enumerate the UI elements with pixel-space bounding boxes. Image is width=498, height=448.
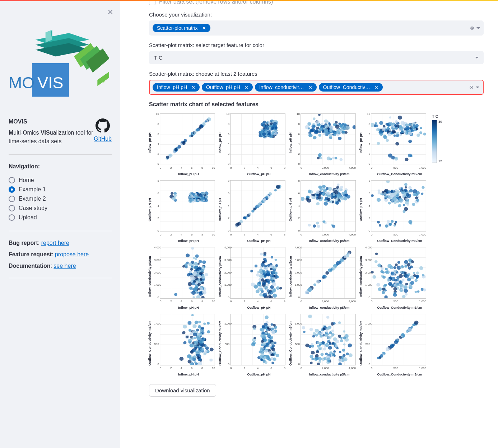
svg-point-1381: [191, 314, 194, 316]
bug-report-link[interactable]: report here: [41, 240, 69, 246]
svg-point-248: [318, 114, 321, 116]
feature-chip: Inflow_conductivit…✕: [255, 83, 317, 92]
svg-point-1686: [317, 363, 320, 365]
svg-point-1140: [263, 258, 267, 261]
viz-multiselect[interactable]: Scatter-plot matrix✕ ⊗: [149, 20, 484, 36]
svg-point-799: [422, 186, 424, 189]
clear-all-icon[interactable]: ⊗: [470, 25, 474, 31]
y-ticks: 86420: [154, 180, 159, 232]
x-ticks: 02468: [230, 233, 285, 236]
svg-point-343: [371, 123, 374, 127]
y-ticks: 4,0003,0002,0001,0000: [154, 247, 159, 299]
svg-point-315: [323, 133, 326, 135]
nav-item-label: Example 1: [19, 186, 46, 193]
chip-remove-icon[interactable]: ✕: [243, 85, 250, 90]
svg-point-997: [202, 260, 206, 264]
github-link[interactable]: GitHub: [94, 136, 112, 142]
nav-radio-case-study[interactable]: Case study: [9, 204, 112, 213]
download-visualization-button[interactable]: Download visualization: [149, 384, 216, 397]
feature-chip: Outflow_Conductiv…✕: [319, 83, 383, 92]
svg-point-1031: [196, 295, 200, 298]
plot-area[interactable]: [230, 247, 285, 299]
target-feature-select[interactable]: T C: [149, 51, 484, 64]
plot-area[interactable]: [160, 180, 215, 232]
svg-point-1304: [397, 261, 400, 263]
svg-point-642: [243, 216, 246, 219]
chip-remove-icon[interactable]: ✕: [307, 85, 314, 90]
svg-text:VIS: VIS: [37, 74, 63, 92]
svg-point-717: [337, 183, 340, 186]
features-multiselect[interactable]: Inflow_pH pH✕Outflow_pH pH✕Inflow_conduc…: [149, 80, 484, 95]
svg-point-1486: [192, 330, 194, 333]
chip-remove-icon[interactable]: ✕: [373, 85, 380, 90]
svg-point-946: [195, 255, 199, 258]
svg-point-1116: [276, 286, 280, 290]
svg-point-1309: [402, 279, 405, 281]
svg-point-993: [197, 291, 199, 294]
plot-area[interactable]: [371, 180, 426, 232]
clear-all-icon[interactable]: ⊗: [469, 84, 474, 90]
svg-point-887: [385, 225, 388, 228]
documentation-link[interactable]: see here: [53, 263, 76, 269]
plot-area[interactable]: [230, 314, 285, 365]
svg-point-756: [301, 197, 304, 201]
scatter-cell: Inflow_pH pH108642005001,000Outflow_Cond…: [360, 111, 428, 175]
plot-area[interactable]: [301, 180, 356, 232]
svg-point-1109: [273, 294, 277, 298]
svg-point-1423: [187, 321, 191, 325]
plot-area[interactable]: [371, 314, 426, 365]
github-icon[interactable]: [96, 118, 110, 133]
close-sidebar-icon[interactable]: ×: [108, 7, 113, 17]
svg-point-904: [387, 220, 390, 223]
svg-point-641: [264, 198, 266, 200]
plot-area[interactable]: [371, 113, 426, 165]
svg-point-442: [401, 130, 404, 133]
plot-area[interactable]: [230, 113, 285, 165]
nav-radio-home[interactable]: Home: [9, 176, 112, 185]
svg-point-1598: [264, 356, 267, 359]
svg-point-300: [335, 121, 338, 123]
plot-area[interactable]: [160, 113, 215, 165]
svg-point-443: [382, 127, 385, 131]
x-ticks: 0246810: [160, 300, 215, 303]
svg-point-930: [193, 296, 195, 298]
plot-area[interactable]: [230, 180, 285, 232]
svg-point-1683: [320, 335, 323, 338]
svg-point-1698: [313, 332, 316, 335]
svg-point-1545: [253, 337, 256, 339]
y-axis-label: Inflow_pH pH: [359, 118, 363, 168]
svg-point-1804: [414, 321, 418, 325]
svg-point-320: [340, 124, 343, 127]
svg-point-1705: [324, 357, 327, 360]
svg-point-1314: [405, 274, 409, 278]
svg-point-882: [389, 223, 392, 226]
chip-remove-icon[interactable]: ✕: [190, 85, 197, 90]
svg-point-1485: [198, 325, 201, 328]
x-axis-label: Outflow_pH pH: [230, 306, 288, 309]
nav-radio-example-2[interactable]: Example 2: [9, 194, 112, 204]
nav-radio-upload[interactable]: Upload: [9, 213, 112, 222]
plot-area[interactable]: [160, 314, 215, 365]
svg-point-1171: [261, 278, 264, 281]
x-ticks: 05001,000: [371, 166, 426, 169]
plot-area[interactable]: [301, 247, 356, 299]
svg-point-1617: [260, 334, 265, 338]
svg-point-795: [378, 192, 381, 194]
svg-point-435: [379, 130, 383, 134]
svg-point-1269: [404, 289, 408, 293]
plot-area[interactable]: [301, 113, 356, 165]
chip-remove-icon[interactable]: ✕: [201, 25, 208, 31]
feature-request-link[interactable]: propose here: [55, 251, 89, 257]
chevron-down-icon[interactable]: [476, 87, 479, 88]
svg-point-1029: [182, 265, 185, 267]
svg-point-445: [403, 123, 405, 126]
nav-radio-example-1[interactable]: Example 1: [9, 185, 112, 194]
plot-area[interactable]: [160, 247, 215, 299]
svg-point-1803: [401, 333, 405, 337]
chevron-down-icon[interactable]: [476, 27, 480, 29]
nav-heading: Navigation:: [9, 163, 112, 170]
svg-point-56: [201, 125, 204, 128]
plot-area[interactable]: [371, 247, 426, 299]
svg-point-1428: [182, 331, 185, 334]
plot-area[interactable]: [301, 314, 356, 365]
